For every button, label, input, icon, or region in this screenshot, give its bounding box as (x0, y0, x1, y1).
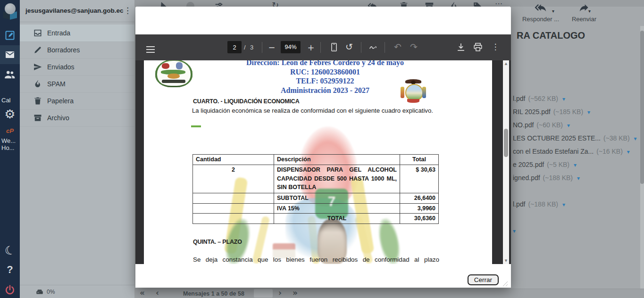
pagination-bar: « ‹ Mensajes 1 a 50 de 58 › » (134, 289, 644, 298)
attachment-menu-caret[interactable]: ▾ (627, 149, 630, 155)
filter-sliders-icon[interactable] (214, 1, 224, 7)
attachment-menu-caret[interactable]: ▾ (562, 201, 565, 208)
attachment-item[interactable]: con el Estado Estefani Za...(~16 KB)▾ (513, 148, 630, 157)
inbox-icon (33, 28, 42, 38)
more-options-icon[interactable]: ⋯ (495, 0, 502, 7)
calendar-nav-button[interactable]: Cal (0, 96, 20, 104)
download-icon[interactable] (456, 42, 466, 52)
attachment-item[interactable]: igned.pdf(~188 KB)▾ (513, 174, 580, 183)
last-page-button[interactable]: » (293, 288, 298, 298)
avatar-circle-icon[interactable] (186, 2, 194, 7)
cpanel-link[interactable]: cP (0, 126, 20, 135)
app-rail: Cal ⚙ cP We... Ho... ☾ ? (0, 0, 20, 298)
refresh-icon[interactable]: ↻ (272, 0, 279, 7)
resize-handle[interactable] (502, 280, 508, 286)
webmail-label-1: We... (1, 137, 16, 144)
select-cursor-icon[interactable] (159, 1, 169, 7)
attachment-menu-caret[interactable]: ▾ (574, 162, 577, 168)
undo-icon[interactable]: ↶ (393, 41, 403, 52)
attachment-menu-caret[interactable]: ▾ (587, 109, 590, 116)
attachment-menu-caret[interactable]: ▾ (562, 96, 565, 102)
settings-button[interactable]: ⚙ (0, 107, 20, 122)
sidebar-item-archivo[interactable]: Archivo (20, 109, 134, 127)
mail-nav-button[interactable] (0, 45, 20, 64)
letterhead-line: Administración 2023 - 2027 (158, 86, 492, 95)
pdf-page-input[interactable]: 2 (227, 41, 242, 53)
table-row: TOTAL 30,6360 (193, 214, 439, 224)
attachment-item-partial[interactable]: ▾ (513, 227, 516, 236)
attachment-item[interactable]: e 2025.pdf(~5 KB)▾ (513, 161, 577, 170)
message-scrollbar[interactable] (640, 26, 644, 298)
folder-label: Entrada (47, 29, 70, 37)
webmail-label-2: Ho... (1, 144, 14, 151)
logout-button[interactable] (0, 283, 20, 297)
ecuador-arms-image (399, 79, 428, 105)
help-button[interactable]: ? (0, 263, 20, 276)
compose-button[interactable] (0, 28, 20, 42)
attachment-item[interactable]: RIL 2025.pdf(~185 KB)▾ (513, 108, 590, 117)
reply-dropdown-caret[interactable]: ▾ (552, 8, 554, 14)
trash-icon (33, 96, 42, 106)
dark-mode-toggle[interactable]: ☾ (0, 241, 21, 260)
redo-icon[interactable]: ↷ (409, 41, 419, 52)
page-selector[interactable] (254, 289, 273, 298)
pdf-menu-button[interactable] (145, 44, 156, 55)
close-dialog-button[interactable]: Cerrar (468, 274, 499, 285)
zoom-out-button[interactable]: − (267, 42, 277, 52)
first-page-button[interactable]: « (140, 288, 145, 298)
storage-indicator: 0% (20, 285, 134, 298)
account-menu-button[interactable]: ⋮ (124, 6, 132, 15)
letterhead-line: Direccion: Leon de Febres Cordero y 24 d… (158, 60, 492, 67)
app-logo[interactable] (0, 3, 20, 20)
people-icon (4, 68, 16, 81)
account-email: jesusgavilanes@sanjuan.gob.ec (25, 7, 124, 14)
scroll-up-icon[interactable]: ▲ (503, 62, 509, 66)
prev-page-button[interactable]: ‹ (156, 288, 159, 298)
spam-flame-icon[interactable] (449, 1, 459, 7)
fit-page-icon[interactable] (329, 42, 339, 52)
attachment-menu-caret[interactable]: ▾ (513, 228, 516, 234)
attachment-item[interactable]: l.pdf(~562 KB)▾ (513, 95, 565, 104)
flame-icon (33, 79, 42, 89)
storage-percent: 0% (47, 289, 55, 295)
forward-dropdown-caret[interactable]: ▾ (588, 8, 591, 14)
section-cuarto-title: CUARTO. - LIQUIDACIÓN ECONOMICA (193, 98, 300, 105)
webmail-home-link[interactable]: We... Ho... (0, 137, 20, 152)
sidebar-item-enviados[interactable]: Enviados (20, 58, 134, 76)
sidebar-item-borradores[interactable]: Borradores (20, 41, 134, 59)
power-icon (4, 284, 16, 296)
reply-icon[interactable] (368, 1, 378, 7)
reply-button[interactable]: Responder ... (517, 2, 564, 23)
scroll-down-icon[interactable]: ▼ (503, 259, 509, 263)
liquidation-table: Cantidad Descripción Total 2 DISPENSADOR… (192, 154, 439, 224)
trash-icon[interactable] (399, 1, 409, 7)
pdf-scrollbar-thumb[interactable] (504, 129, 508, 157)
sidebar-item-papelera[interactable]: Papelera (20, 92, 134, 110)
print-icon[interactable] (473, 42, 483, 52)
pdf-more-options-icon[interactable]: ⋮ (491, 41, 500, 52)
letterhead-line: TELF: 052959122 (158, 76, 492, 86)
attachment-menu-caret[interactable]: ▾ (567, 122, 570, 129)
dialog-footer: Cerrar (135, 264, 511, 288)
pdf-scrollbar[interactable]: ▲ ▼ (503, 60, 509, 264)
attachment-item[interactable]: LES OCTUBRE 2025 ESTE...(~38 KB)▾ (513, 134, 637, 144)
mail-envelope-icon (4, 49, 16, 60)
attachment-item[interactable]: NO.pdf(~60 KB)▾ (513, 121, 570, 131)
forward-button[interactable]: Reenviar (563, 2, 605, 23)
folder-label: Borradores (47, 46, 80, 54)
zoom-in-button[interactable]: + (306, 42, 316, 52)
attachment-item[interactable]: l.pdf(~188 KB)▾ (513, 200, 565, 210)
pdf-page: 7 Direccion: Leon de Febres Cordero y 24… (144, 60, 492, 264)
sidebar-item-spam[interactable]: SPAM (20, 75, 134, 93)
scrollbar-thumb[interactable] (640, 31, 644, 184)
sidebar-item-entrada[interactable]: Entrada (20, 25, 134, 42)
rotate-icon[interactable]: ↺ (344, 41, 354, 52)
next-page-button[interactable]: › (278, 288, 282, 298)
attachment-menu-caret[interactable]: ▾ (577, 175, 580, 182)
contacts-nav-button[interactable] (0, 67, 20, 82)
annotate-draw-icon[interactable] (368, 42, 378, 52)
attachment-menu-caret[interactable]: ▾ (634, 135, 637, 142)
archive-icon[interactable] (424, 1, 435, 7)
tag-icon[interactable] (472, 1, 483, 7)
zoom-level[interactable]: 94% (281, 41, 301, 53)
